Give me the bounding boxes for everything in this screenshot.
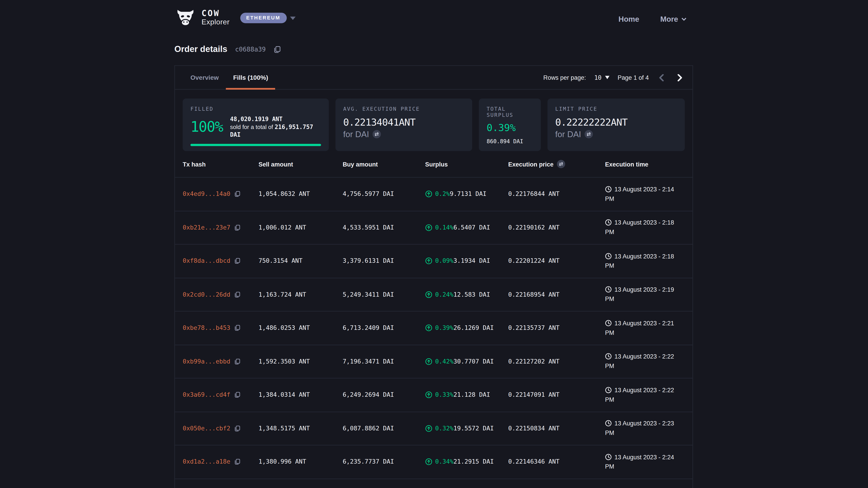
sell-amount-cell: 1,163.724 ANT [258,291,343,298]
tab-fills[interactable]: Fills (100%) [226,66,276,89]
tx-hash-link[interactable]: 0x050e...cbf2 [183,425,230,432]
table-header: Tx hash Sell amount Buy amount Surplus E… [175,151,692,177]
surplus-cell: 0.32%19.5572 DAI [425,425,508,432]
swap-arrows-icon [559,162,563,166]
network-selector[interactable]: ETHEREUM [240,13,295,23]
tx-hash-link[interactable]: 0x2cd0...26dd [183,291,230,298]
surplus-amount: 19.5572 DAI [454,425,494,432]
next-page-button[interactable] [675,74,684,81]
execution-time-cell: 13 August 2023 - 2:23 PM [605,419,685,437]
surplus-amount: 30.7707 DAI [454,358,494,365]
col-execution-price: Execution price [508,160,605,168]
table-row: 0x2cd0...26dd 1,163.724 ANT 5,249.3411 D… [175,278,692,311]
chevron-left-icon [658,74,665,81]
execution-time-cell: 13 August 2023 - 2:18 PM [605,252,685,270]
tx-hash-cell: 0xbe78...b453 [183,324,258,332]
table-row-partial [175,478,692,488]
execution-time-cell: 13 August 2023 - 2:18 PM [605,218,685,237]
execution-time-text: 13 August 2023 - 2:19 PM [605,286,674,302]
arrow-up-circle-icon [425,191,432,198]
tx-hash-link[interactable]: 0xf8da...dbcd [183,257,230,265]
surplus-cell: 0.2%9.7131 DAI [425,191,508,198]
clock-icon [605,353,612,360]
execution-time-text: 13 August 2023 - 2:18 PM [605,219,674,235]
surplus-amount: 21.128 DAI [454,391,490,398]
rows-per-page-select[interactable]: 10 [594,74,610,81]
order-id: c0688a39 [235,45,266,53]
copy-icon [274,46,281,53]
copy-tx-hash-button[interactable] [234,425,240,431]
buy-amount-cell: 6,235.7737 DAI [343,458,425,465]
copy-tx-hash-button[interactable] [234,459,240,465]
clock-icon [605,387,612,393]
copy-order-id-button[interactable] [274,46,281,53]
execution-time-text: 13 August 2023 - 2:22 PM [605,387,674,402]
limit-price-value: 0.22222222ANT [555,117,677,128]
copy-tx-hash-button[interactable] [234,325,240,331]
filled-progress-bar [190,144,321,146]
avg-price-value: 0.22134041ANT [343,117,464,128]
avg-price-label: AVG. EXECUTION PRICE [343,106,464,112]
tx-hash-link[interactable]: 0xb21e...23e7 [183,224,230,231]
surplus-amount: 9.7131 DAI [450,191,487,198]
top-header: COW Explorer ETHEREUM Home More [0,0,868,38]
cow-head-icon [174,9,196,27]
clock-icon [605,186,612,192]
copy-tx-hash-button[interactable] [234,291,240,297]
execution-time-text: 13 August 2023 - 2:21 PM [605,320,674,336]
invert-limit-price-button[interactable] [584,130,593,138]
surplus-amount: 12.583 DAI [454,291,490,298]
tx-hash-link[interactable]: 0x4ed9...14a0 [183,191,230,198]
table-row: 0xd1a2...a18e 1,380.996 ANT 6,235.7737 D… [175,445,692,478]
execution-time-text: 13 August 2023 - 2:14 PM [605,186,674,202]
cow-explorer-logo[interactable]: COW Explorer [174,9,229,27]
execution-price-cell: 0.22176844 ANT [508,191,605,198]
network-badge[interactable]: ETHEREUM [240,13,286,23]
filled-sold-line: sold for a total of 216,951.757 DAI [230,123,321,138]
surplus-percent: 0.32% [435,425,454,432]
surplus-cell: 0.34%21.2915 DAI [425,458,508,465]
nav-more-link[interactable]: More [660,15,686,23]
tx-hash-link[interactable]: 0xbe78...b453 [183,324,230,332]
copy-icon [234,225,240,231]
copy-tx-hash-button[interactable] [234,358,240,364]
buy-amount-cell: 7,196.3471 DAI [343,358,425,365]
surplus-percent: 0.39% [435,324,454,332]
execution-time-cell: 13 August 2023 - 2:24 PM [605,453,685,471]
avg-price-unit: for DAI [343,129,369,139]
limit-price-unit: for DAI [555,129,581,139]
surplus-percent: 0.09% [435,257,454,265]
tx-hash-cell: 0xf8da...dbcd [183,257,258,265]
surplus-percent: 0.33% [435,391,454,398]
total-surplus-card: TOTAL SURPLUS 0.39% 860.894 DAI [479,98,541,151]
tab-overview[interactable]: Overview [183,66,226,89]
copy-tx-hash-button[interactable] [234,258,240,264]
execution-price-cell: 0.22135737 ANT [508,324,605,332]
tx-hash-link[interactable]: 0xd1a2...a18e [183,458,230,465]
tx-hash-link[interactable]: 0x3a69...cd4f [183,391,230,398]
copy-tx-hash-button[interactable] [234,392,240,398]
execution-price-cell: 0.22168954 ANT [508,291,605,298]
tx-hash-link[interactable]: 0xb99a...ebbd [183,358,230,365]
toggle-price-unit-button[interactable] [557,160,565,168]
summary-cards: FILLED 100% 48,020.1919 ANT sold for a t… [183,98,685,151]
sell-amount-cell: 1,486.0253 ANT [258,324,343,332]
tx-hash-cell: 0x4ed9...14a0 [183,191,258,198]
buy-amount-cell: 4,756.5977 DAI [343,191,425,198]
copy-tx-hash-button[interactable] [234,225,240,231]
surplus-cell: 0.09%3.1934 DAI [425,257,508,265]
execution-price-cell: 0.22147091 ANT [508,391,605,398]
sell-amount-cell: 1,592.3503 ANT [258,358,343,365]
prev-page-button[interactable] [657,74,666,81]
app-root: COW Explorer ETHEREUM Home More Order de… [0,0,868,488]
surplus-cell: 0.24%12.583 DAI [425,291,508,298]
tx-hash-cell: 0xb99a...ebbd [183,358,258,365]
nav-home-link[interactable]: Home [618,15,639,23]
limit-price-card: LIMIT PRICE 0.22222222ANT for DAI [548,98,685,151]
table-row: 0x3a69...cd4f 1,384.0314 ANT 6,249.2694 … [175,378,692,412]
copy-icon [234,325,240,331]
invert-price-button[interactable] [372,130,381,138]
copy-tx-hash-button[interactable] [234,191,240,197]
surplus-cell: 0.39%26.1269 DAI [425,324,508,332]
swap-arrows-icon [374,132,379,137]
